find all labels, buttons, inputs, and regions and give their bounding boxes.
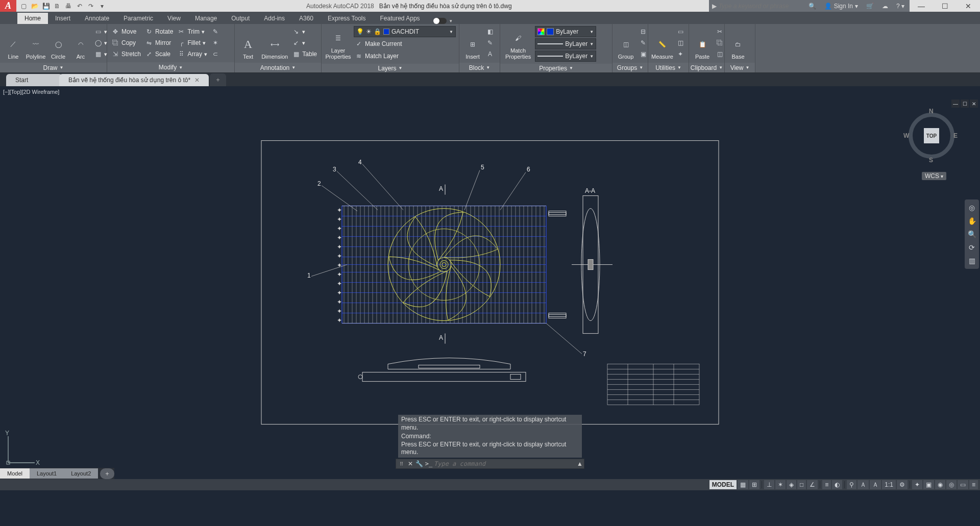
util1-button[interactable]: ▭ — [675, 26, 685, 37]
tab-parametric[interactable]: Parametric — [116, 13, 160, 24]
layer-properties-button[interactable]: ☰Layer Properties — [325, 26, 352, 61]
text-button[interactable]: AText — [238, 26, 258, 61]
compass-e[interactable]: E — [953, 132, 958, 139]
fillet-button[interactable]: ╭Fillet ▾ — [176, 37, 208, 48]
steering-wheel-icon[interactable]: ◎ — [966, 202, 978, 214]
status-workspace-icon[interactable]: ✦ — [912, 480, 922, 489]
status-isolate-icon[interactable]: ◎ — [946, 480, 957, 489]
ribbon-toggle[interactable] — [433, 18, 447, 24]
tab-view[interactable]: View — [160, 13, 188, 24]
tab-output[interactable]: Output — [224, 13, 257, 24]
util3-button[interactable]: ✦ — [675, 48, 685, 60]
tab-a360[interactable]: A360 — [292, 13, 321, 24]
compass-n[interactable]: N — [929, 108, 934, 115]
polyline-button[interactable]: 〰Polyline — [26, 26, 46, 61]
panel-layers-footer[interactable]: Layers▼ — [322, 64, 459, 72]
a360-icon[interactable]: ☁ — [879, 0, 891, 12]
maximize-button[interactable]: ☐ — [933, 0, 957, 12]
group-button[interactable]: ◫Group — [616, 26, 636, 61]
match-properties-button[interactable]: 🖌Match Properties — [503, 26, 533, 61]
tab-close-icon[interactable]: ✕ — [194, 77, 200, 84]
close-button[interactable]: ✕ — [957, 0, 980, 12]
open-icon[interactable]: 📂 — [30, 1, 40, 11]
scale-button[interactable]: ⤢Scale — [144, 48, 174, 60]
arc-button[interactable]: ◠Arc — [70, 26, 91, 61]
signin-button[interactable]: 👤 Sign In ▾ — [821, 0, 861, 12]
measure-button[interactable]: 📏Measure — [651, 26, 673, 61]
layout-tab-layout2[interactable]: Layout2 — [64, 468, 98, 479]
minimize-button[interactable]: — — [910, 0, 933, 12]
qat-dropdown-icon[interactable]: ▾ — [97, 1, 107, 11]
offset-button[interactable]: ⊂ — [210, 48, 220, 60]
status-model-button[interactable]: MODEL — [709, 480, 737, 489]
panel-groups-footer[interactable]: Groups▼ — [612, 63, 648, 72]
ungroup-button[interactable]: ⊟ — [638, 26, 648, 37]
cmdline-recent-icon[interactable]: ▲ — [576, 460, 584, 467]
status-cleanscreen-icon[interactable]: ▭ — [958, 480, 968, 489]
color-dropdown[interactable]: ByLayer▼ — [535, 26, 596, 37]
panel-draw-footer[interactable]: Draw▼ — [0, 63, 107, 72]
drawing-area[interactable]: — ☐ ✕ ✦✦✦✦✦✦✦✦✦✦✦✦✦ — [0, 97, 980, 490]
vp-maximize-icon[interactable]: ☐ — [961, 99, 969, 108]
circle-button[interactable]: ◯Circle — [48, 26, 68, 61]
status-grid-icon[interactable]: ▦ — [738, 480, 748, 489]
panel-properties-footer[interactable]: Properties▼ — [500, 64, 612, 72]
move-button[interactable]: ✥Move — [110, 26, 142, 37]
trim-button[interactable]: ✂Trim ▾ — [176, 26, 208, 37]
cmdline-customize-icon[interactable]: 🔧 — [414, 460, 424, 467]
cmdline-handle-icon[interactable]: ⠿ — [396, 461, 406, 467]
showmotion-icon[interactable]: ▥ — [966, 255, 978, 267]
redo-icon[interactable]: ↷ — [86, 1, 96, 11]
panel-block-footer[interactable]: Block▼ — [459, 63, 500, 72]
tab-manage[interactable]: Manage — [188, 13, 224, 24]
orbit-icon[interactable]: ⟳ — [966, 241, 978, 254]
infocenter-search[interactable]: ▶ — [709, 0, 803, 12]
status-customize-icon[interactable]: ≡ — [969, 480, 978, 489]
layout-tab-model[interactable]: Model — [0, 468, 30, 479]
view-cube-top[interactable]: TOP — [924, 128, 939, 143]
viewport-label[interactable]: [−][Top][2D Wireframe] — [0, 86, 980, 97]
hatch-button[interactable]: ▦▾ — [93, 48, 108, 60]
tab-insert[interactable]: Insert — [48, 13, 78, 24]
saveas-icon[interactable]: 🗎 — [52, 1, 62, 11]
undo-icon[interactable]: ↶ — [75, 1, 85, 11]
explode-button[interactable]: ✶ — [210, 37, 220, 48]
vp-close-icon[interactable]: ✕ — [970, 99, 978, 108]
save-icon[interactable]: 💾 — [41, 1, 51, 11]
compass-w[interactable]: W — [903, 132, 909, 139]
app-menu-button[interactable]: A — [0, 0, 16, 12]
array-button[interactable]: ⠿Array ▾ — [176, 48, 208, 60]
copyclip-button[interactable]: ⿻ — [715, 37, 725, 48]
base-button[interactable]: 🗀Base — [728, 26, 748, 61]
status-otrack-icon[interactable]: ∠ — [807, 480, 818, 489]
panel-clipboard-footer[interactable]: Clipboard▼ — [689, 63, 724, 72]
group-sel-button[interactable]: ▣ — [638, 48, 648, 60]
status-isodraft-icon[interactable]: ◈ — [787, 480, 796, 489]
layer-dropdown[interactable]: 💡 ☀ 🔒 GACHDIT ▼ — [354, 26, 456, 37]
file-tab-new[interactable]: ＋ — [210, 73, 226, 86]
search-go-icon[interactable]: 🔍 — [805, 0, 819, 12]
search-expand-icon[interactable]: ▶ — [712, 3, 717, 10]
status-scale-button[interactable]: 1:1 — [882, 480, 896, 489]
erase-button[interactable]: ✎ — [210, 26, 220, 37]
tab-express-tools[interactable]: Express Tools — [321, 13, 373, 24]
cmdline-close-icon[interactable]: ✕ — [406, 460, 414, 467]
search-input[interactable] — [719, 3, 800, 10]
rectangle-button[interactable]: ▭▾ — [93, 26, 108, 37]
status-transparency-icon[interactable]: ◐ — [832, 480, 842, 489]
pastespec-button[interactable]: ◫ — [715, 48, 725, 60]
make-current-button[interactable]: ✓Make Current — [354, 38, 456, 49]
status-quickprops-icon[interactable]: ▣ — [923, 480, 934, 489]
compass-s[interactable]: S — [929, 157, 933, 164]
status-snap-icon[interactable]: ⊞ — [749, 480, 760, 489]
linetype-dropdown[interactable]: ByLayer▼ — [535, 51, 596, 62]
file-tab-document[interactable]: Bản vẽ hệ thống điều hòa sử dụng trên ô … — [59, 74, 209, 86]
edit-block-button[interactable]: ✎ — [485, 37, 495, 48]
status-annomonitor-icon[interactable]: ⚲ — [847, 480, 856, 489]
leader-button[interactable]: ↘▾ — [291, 26, 318, 37]
mleader-button[interactable]: ↙▾ — [291, 37, 318, 48]
status-lwdisplay-icon[interactable]: ≡ — [822, 480, 831, 489]
lineweight-dropdown[interactable]: ByLayer▼ — [535, 38, 596, 49]
table-button[interactable]: ▦Table — [291, 48, 318, 60]
vp-minimize-icon[interactable]: — — [951, 99, 960, 108]
